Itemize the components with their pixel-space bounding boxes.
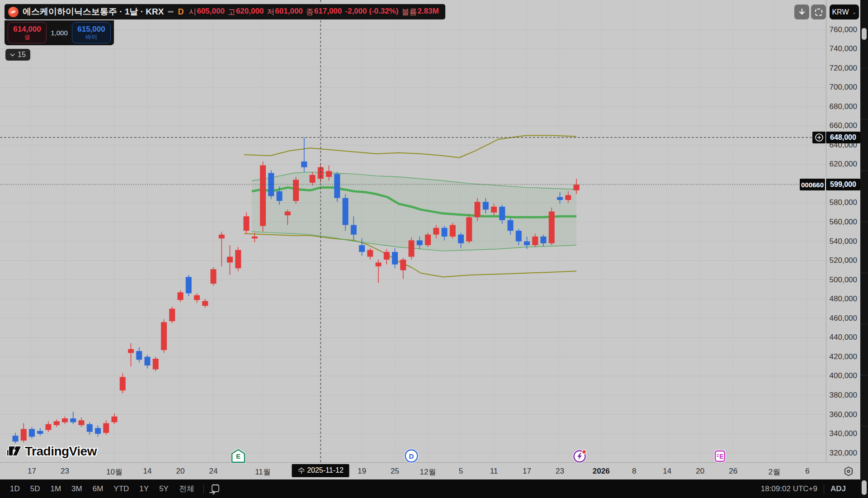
candle [260,161,266,232]
range-button-1M[interactable]: 1M [46,483,66,495]
right-scroll-strip[interactable] [860,0,868,498]
candle [112,413,118,424]
price-tick: 320,000 [830,449,857,458]
candle [425,232,431,247]
date-range-buttons: 1D5D1M3M6MYTD1Y5Y전체 [0,482,199,496]
time-tick: 26 [729,467,737,476]
price-tick: 760,000 [830,25,857,34]
dividend-marker-icon[interactable]: D [404,449,419,463]
candle [293,177,299,204]
calendar-arrow-icon [208,483,220,495]
sell-label: 셀 [24,34,30,41]
currency-dropdown[interactable]: KRW ⌄ [830,5,859,19]
volume-value: 2.83M [417,7,439,17]
time-tick: 14 [143,467,152,476]
range-button-5D[interactable]: 5D [26,483,45,495]
svg-text:D: D [409,452,414,460]
price-tick: 660,000 [830,121,857,130]
symbol-title[interactable]: 에스케이하이닉스보통주 · 1날 · KRX [23,6,164,18]
download-button[interactable] [794,5,809,19]
buy-label: 바이 [85,34,97,41]
price-axis[interactable]: 760,000740,000720,000700,000680,000660,0… [826,0,861,462]
candle [194,293,200,303]
high-value: 620,000 [236,7,264,17]
candle [161,319,167,353]
time-tick: 19 [358,467,366,476]
close-value: 617,000 [314,7,342,17]
range-button-YTD[interactable]: YTD [109,483,133,495]
bollinger-fill [252,172,576,251]
adj-toggle[interactable]: ADJ [830,484,846,493]
candle [466,214,472,243]
range-button-5Y[interactable]: 5Y [155,483,173,495]
time-tick: 14 [663,467,671,476]
candle [95,425,101,437]
chevron-down-icon [10,53,15,57]
candle [235,247,241,271]
price-tick: 400,000 [830,371,857,380]
buy-button[interactable]: 615,000 바이 [72,22,111,43]
scrollbar-thumb-bottom[interactable] [862,480,867,495]
price-tick: 480,000 [830,294,857,304]
sell-button[interactable]: 614,000 셀 [8,22,47,43]
earnings-estimate-marker-icon[interactable]: E [712,449,727,463]
time-tick: 2026 [593,467,610,476]
candle [227,245,233,275]
candle [54,419,60,427]
candle [21,423,27,443]
download-icon [797,8,807,17]
range-button-1Y[interactable]: 1Y [135,483,153,495]
tradingview-mark-icon [6,445,22,458]
timeframe-badge[interactable]: D [178,7,184,17]
tradingview-chart-window: 760,000740,000720,000700,000680,000660,0… [0,0,868,498]
candle [169,307,175,323]
time-axis-settings-button[interactable] [842,465,855,478]
candle [211,267,217,285]
candle [409,237,415,260]
collapse-dash-icon[interactable] [168,11,174,13]
candle [87,422,93,435]
candle [37,428,43,436]
symbol-header[interactable]: 에스케이하이닉스보통주 · 1날 · KRX D 시605,000 고620,0… [5,4,445,19]
time-tick: 23 [556,467,564,476]
candle [450,223,456,238]
interval-chip-value: 15 [18,51,26,59]
close-label: 종 [306,7,314,17]
price-tick: 500,000 [830,275,857,285]
gear-icon [843,466,854,477]
crosshair-plus-icon[interactable] [812,132,826,143]
price-tick: 620,000 [830,160,857,169]
range-button-전체[interactable]: 전체 [175,482,199,496]
candle [334,172,340,202]
price-tick: 440,000 [830,333,857,342]
session-clock[interactable]: 18:09:02 UTC+9 [761,484,817,493]
candle [13,433,19,443]
candle [367,248,373,260]
fullscreen-frame-icon [814,8,823,17]
time-tick: 11월 [255,467,271,477]
news-flash-marker-icon[interactable] [573,449,587,463]
divider [203,484,204,493]
svg-text:E: E [236,452,241,460]
time-tick: 8 [632,467,636,476]
fullscreen-button[interactable] [811,5,826,19]
time-axis[interactable]: 172310월14202411월192512월51117232026814202… [0,462,860,480]
earnings-marker-icon[interactable]: E [231,449,245,463]
scrollbar-thumb-top[interactable] [862,28,867,40]
low-label: 저 [267,7,274,17]
tradingview-logo[interactable]: TradingView [6,444,97,459]
svg-text:E: E [719,453,723,460]
last-price-label: 599,000 [826,179,860,190]
order-size[interactable]: 1,000 [51,29,68,37]
range-button-3M[interactable]: 3M [67,483,87,495]
go-to-date-button[interactable] [208,483,220,495]
interval-15-chip[interactable]: 15 [5,49,30,61]
candle [549,208,555,245]
time-tick: 25 [391,467,399,476]
range-button-1D[interactable]: 1D [5,483,24,495]
candle [376,260,382,283]
range-button-6M[interactable]: 6M [88,483,108,495]
price-tick: 560,000 [830,218,857,227]
candle [128,343,134,366]
candlestick-chart[interactable] [0,0,860,462]
